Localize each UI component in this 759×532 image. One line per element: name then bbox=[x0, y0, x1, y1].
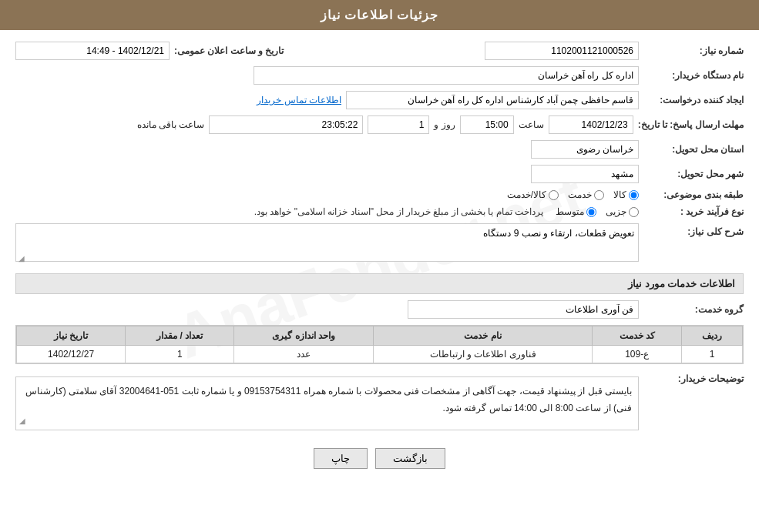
mohlat-baghimande-input[interactable] bbox=[209, 115, 363, 134]
nooe-farayand-label: نوع فرآیند خرید : bbox=[643, 206, 744, 217]
services-table: ردیف کد خدمت نام خدمت واحد اندازه گیری ت… bbox=[16, 326, 743, 363]
tozihat-resize-handle: ◢ bbox=[19, 414, 25, 428]
nooe-jozi-radio[interactable] bbox=[629, 207, 639, 217]
sharh-label: شرح کلی نیاز: bbox=[643, 226, 744, 237]
mohlat-rooz-label: روز و bbox=[434, 119, 455, 130]
tabaqe-khedmat-label: خدمت bbox=[568, 189, 592, 200]
shahr-label: شهر محل تحویل: bbox=[643, 169, 744, 179]
shomara-niaz-label: شماره نیاز: bbox=[643, 45, 744, 56]
mohlat-label: مهلت ارسال پاسخ: تا تاریخ: bbox=[638, 119, 744, 130]
tarikh-label: تاریخ و ساعت اعلان عمومی: bbox=[174, 45, 284, 56]
ostan-label: استان محل تحویل: bbox=[643, 144, 744, 155]
button-row: بازگشت چاپ bbox=[15, 448, 744, 469]
nooe-desc: پرداخت تمام یا بخشی از مبلغ خریدار از مح… bbox=[254, 206, 543, 217]
col-code: کد خدمت bbox=[593, 326, 682, 346]
tarikh-input[interactable] bbox=[15, 42, 170, 60]
ijad-input[interactable] bbox=[346, 91, 639, 109]
sharh-textarea[interactable]: تعویض قطعات، ارتقاء و نصب 9 دستگاه bbox=[15, 223, 639, 262]
resize-handle: ◢ bbox=[18, 254, 25, 263]
nooe-jozi-label: جزیی bbox=[606, 206, 626, 217]
page-header: جزئیات اطلاعات نیاز bbox=[0, 0, 759, 30]
nooe-motavaset-label: متوسط bbox=[556, 206, 584, 217]
ijad-label: ایجاد کننده درخواست: bbox=[643, 95, 744, 105]
nooe-motavaset-radio[interactable] bbox=[586, 207, 596, 217]
mohlat-saat-label: ساعت bbox=[519, 119, 544, 130]
back-button[interactable]: بازگشت bbox=[375, 448, 445, 469]
tabaqe-kala-khedmat-radio[interactable] bbox=[549, 190, 559, 200]
services-table-wrap: ردیف کد خدمت نام خدمت واحد اندازه گیری ت… bbox=[15, 325, 744, 364]
mohlat-saat-input[interactable] bbox=[460, 115, 514, 134]
page-title: جزئیات اطلاعات نیاز bbox=[321, 8, 439, 22]
col-name: نام خدمت bbox=[374, 326, 593, 346]
name-dastgah-input[interactable] bbox=[254, 66, 639, 85]
service-section-title: اطلاعات خدمات مورد نیاز bbox=[15, 273, 744, 294]
shomara-niaz-input[interactable] bbox=[485, 42, 639, 60]
col-date: تاریخ نیاز bbox=[17, 326, 126, 346]
print-button[interactable]: چاپ bbox=[314, 448, 368, 469]
table-row: 1ع-109فناوری اطلاعات و ارتباطاتعدد11402/… bbox=[17, 346, 743, 363]
tabaqe-khedmat-radio[interactable] bbox=[594, 190, 604, 200]
ijad-link[interactable]: اطلاعات تماس خریدار bbox=[257, 95, 341, 105]
mohlat-baghimande-label: ساعت باقی مانده bbox=[137, 119, 205, 130]
tozihat-label: توضیحات خریدار: bbox=[643, 373, 744, 384]
shahr-input[interactable] bbox=[531, 165, 639, 183]
tozihat-text: بایستی قبل از پیشنهاد قیمت، جهت آگاهی از… bbox=[25, 386, 632, 413]
mohlat-rooz-input[interactable] bbox=[368, 115, 429, 134]
goroh-label: گروه خدمت: bbox=[643, 304, 744, 315]
tabaqe-kala-radio[interactable] bbox=[629, 190, 639, 200]
nooe-radio-group: جزیی متوسط bbox=[556, 206, 639, 217]
tabaqe-kala-label: کالا bbox=[613, 189, 626, 200]
tabaqe-kala-khedmat-label: کالا/خدمت bbox=[507, 189, 546, 200]
mohlat-date-input[interactable] bbox=[549, 115, 633, 134]
goroh-input[interactable] bbox=[408, 300, 639, 319]
tabaqe-radio-group: کالا خدمت کالا/خدمت bbox=[507, 189, 639, 200]
tabaqe-label: طبقه بندی موضوعی: bbox=[643, 189, 744, 200]
tozihat-box: بایستی قبل از پیشنهاد قیمت، جهت آگاهی از… bbox=[15, 376, 639, 430]
ostan-input[interactable] bbox=[531, 140, 639, 159]
col-count: تعداد / مقدار bbox=[126, 326, 234, 346]
col-radif: ردیف bbox=[682, 326, 743, 346]
name-dastgah-label: نام دستگاه خریدار: bbox=[643, 70, 744, 81]
col-unit: واحد اندازه گیری bbox=[234, 326, 374, 346]
